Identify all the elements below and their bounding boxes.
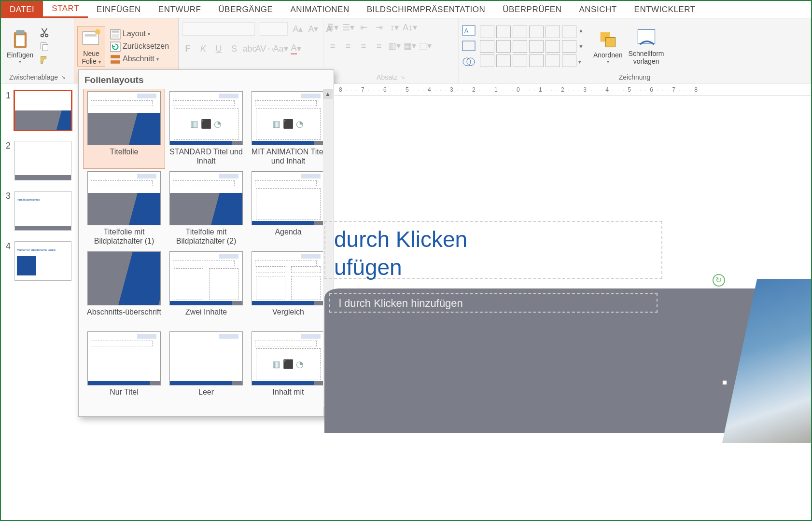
increase-indent-icon[interactable]: ⇥ bbox=[374, 22, 384, 33]
gallery-more-icon[interactable]: ▾ bbox=[578, 59, 584, 65]
thumbnail-3[interactable]: 3 Inhaltsverzeichnis bbox=[1, 189, 78, 239]
tab-file[interactable]: DATEI bbox=[1, 1, 43, 18]
gallery-up-icon[interactable]: ▲ bbox=[578, 27, 584, 33]
tab-transitions[interactable]: ÜBERGÄNGE bbox=[210, 1, 281, 18]
new-slide-button[interactable]: Neue Folie ▾ bbox=[77, 26, 105, 67]
columns-icon[interactable]: ▥▾ bbox=[389, 41, 400, 51]
strike-button[interactable]: abc bbox=[244, 43, 255, 54]
thumbnail-2[interactable]: 2 bbox=[1, 139, 78, 189]
flyout-title: Folienlayouts bbox=[79, 70, 334, 89]
reset-label: Zurücksetzen bbox=[123, 42, 169, 51]
svg-rect-1 bbox=[16, 30, 25, 34]
shape-merge-icon[interactable] bbox=[462, 55, 476, 68]
horizontal-ruler: 8 · · · 7 · · · 6 · · · 5 · · · 4 · · · … bbox=[334, 84, 811, 96]
shadow-button[interactable]: S bbox=[229, 43, 239, 54]
title-placeholder[interactable]: durch Klicken ufügen bbox=[334, 226, 467, 281]
quick-styles-button[interactable]: Schnellform vorlagen bbox=[626, 27, 667, 66]
smartart-icon[interactable]: ⬚▾ bbox=[420, 41, 431, 51]
italic-button[interactable]: K bbox=[198, 43, 209, 54]
layout-option[interactable]: Abschnitts-überschrift bbox=[84, 249, 165, 329]
gallery-down-icon[interactable]: ▼ bbox=[578, 43, 584, 49]
numbering-icon[interactable]: ☰▾ bbox=[343, 22, 353, 33]
paste-button[interactable]: Einfügen ▾ bbox=[4, 28, 36, 65]
line-spacing-icon[interactable]: ↕▾ bbox=[389, 22, 400, 33]
thumb-text: Muster für tabellarische Grafik bbox=[17, 248, 56, 251]
bold-button[interactable]: F bbox=[182, 43, 193, 54]
new-slide-dropdown-icon: ▾ bbox=[98, 59, 101, 65]
tab-review[interactable]: ÜBERPRÜFEN bbox=[494, 1, 570, 18]
copy-icon[interactable] bbox=[38, 41, 51, 52]
svg-rect-11 bbox=[112, 30, 119, 32]
layout-option[interactable]: Titelfolie bbox=[84, 89, 165, 168]
svg-rect-2 bbox=[16, 35, 25, 46]
align-left-icon[interactable]: ≡ bbox=[327, 41, 338, 51]
font-size-combo[interactable] bbox=[260, 22, 288, 36]
tab-view[interactable]: ANSICHT bbox=[570, 1, 625, 18]
tab-animations[interactable]: ANIMATIONEN bbox=[281, 1, 358, 18]
increase-font-icon[interactable]: A▴ bbox=[293, 24, 303, 34]
layout-option-label: Zwei Inhalte bbox=[185, 307, 227, 327]
tab-slideshow[interactable]: BILDSCHIRMPRÄSENTATION bbox=[358, 1, 494, 18]
rotate-handle-icon[interactable] bbox=[713, 274, 725, 287]
tab-insert[interactable]: EINFÜGEN bbox=[88, 1, 150, 18]
thumbnail-number: 2 bbox=[6, 141, 11, 151]
group-drawing: A ▲ ▼ ▾ Anordnen ▾ Schnellform bbox=[459, 18, 811, 83]
layout-option[interactable]: ▥ ⬛ ◔Inhalt mit bbox=[248, 329, 329, 409]
char-spacing-button[interactable]: AV↔ bbox=[260, 43, 270, 54]
svg-rect-12 bbox=[112, 34, 119, 38]
layout-option[interactable]: Vergleich bbox=[248, 249, 329, 329]
font-color-button[interactable]: A▾ bbox=[291, 43, 301, 54]
layout-option[interactable]: ▥ ⬛ ◔STANDARD Titel und Inhalt bbox=[166, 89, 247, 168]
layout-option[interactable]: Agenda bbox=[248, 169, 329, 248]
paste-dropdown-icon: ▾ bbox=[19, 59, 21, 64]
arrange-button[interactable]: Anordnen ▾ bbox=[590, 28, 626, 65]
underline-button[interactable]: U bbox=[213, 43, 224, 54]
bullets-icon[interactable]: ≣▾ bbox=[327, 22, 338, 33]
shape-box-icon[interactable] bbox=[462, 40, 476, 53]
layout-option[interactable]: Nur Titel bbox=[84, 329, 165, 409]
justify-icon[interactable]: ≡ bbox=[374, 41, 384, 51]
thumbnail-number: 3 bbox=[6, 191, 11, 201]
decrease-indent-icon[interactable]: ⇤ bbox=[358, 22, 369, 33]
svg-point-9 bbox=[95, 29, 100, 34]
arrange-label: Anordnen bbox=[593, 51, 623, 59]
align-right-icon[interactable]: ≡ bbox=[358, 41, 369, 51]
layout-flyout: Folienlayouts Titelfolie▥ ⬛ ◔STANDARD Ti… bbox=[78, 69, 334, 417]
svg-rect-6 bbox=[43, 44, 48, 51]
thumbnail-1[interactable]: 1 bbox=[1, 89, 78, 139]
tab-developer[interactable]: ENTWICKLERT bbox=[626, 1, 704, 18]
clipboard-icon bbox=[10, 29, 31, 50]
layout-option-label: Titelfolie bbox=[110, 147, 139, 166]
scroll-up-icon[interactable]: ▲ bbox=[323, 89, 333, 99]
tab-start[interactable]: START bbox=[43, 1, 88, 18]
arrange-icon bbox=[597, 29, 618, 50]
font-name-combo[interactable] bbox=[182, 22, 255, 36]
subtitle-placeholder[interactable]: l durch Klicken hinzufügen bbox=[339, 297, 463, 310]
layout-option-label: Titelfolie mit Bildplatzhalter (1) bbox=[85, 227, 163, 247]
shapes-gallery[interactable] bbox=[480, 26, 576, 67]
text-direction-icon[interactable]: A↕▾ bbox=[405, 22, 415, 33]
new-slide-label-2: Folie bbox=[82, 57, 96, 65]
align-center-icon[interactable]: ≡ bbox=[343, 41, 353, 51]
layout-button[interactable]: Layout ▾ bbox=[108, 28, 171, 40]
section-button[interactable]: Abschnitt ▾ bbox=[108, 53, 171, 65]
align-text-icon[interactable]: ▦▾ bbox=[405, 41, 415, 51]
layout-option[interactable]: Titelfolie mit Bildplatzhalter (2) bbox=[166, 169, 247, 248]
change-case-button[interactable]: Aa▾ bbox=[275, 43, 286, 54]
layout-option[interactable]: Zwei Inhalte bbox=[166, 249, 247, 329]
selection-handle[interactable] bbox=[722, 380, 727, 385]
textbox-icon[interactable]: A bbox=[462, 25, 476, 37]
format-painter-icon[interactable] bbox=[38, 55, 51, 65]
layout-option[interactable]: Leer bbox=[166, 329, 247, 409]
tab-design[interactable]: ENTWURF bbox=[150, 1, 210, 18]
paragraph-launcher-icon[interactable]: ↘ bbox=[400, 74, 405, 81]
quick-styles-icon bbox=[636, 27, 657, 49]
clipboard-launcher-icon[interactable]: ↘ bbox=[61, 74, 66, 81]
thumbnail-4[interactable]: 4 Muster für tabellarische Grafik bbox=[1, 239, 78, 289]
decrease-font-icon[interactable]: A▾ bbox=[308, 24, 319, 34]
reset-button[interactable]: Zurücksetzen bbox=[108, 41, 171, 52]
layout-option[interactable]: Titelfolie mit Bildplatzhalter (1) bbox=[84, 169, 165, 248]
slide-editor[interactable]: Vi durch Klicken ufügen l durch Klicken … bbox=[334, 105, 798, 424]
layout-option[interactable]: ▥ ⬛ ◔MIT ANIMATION Titel und Inhalt bbox=[248, 89, 329, 168]
cut-icon[interactable] bbox=[38, 27, 51, 38]
